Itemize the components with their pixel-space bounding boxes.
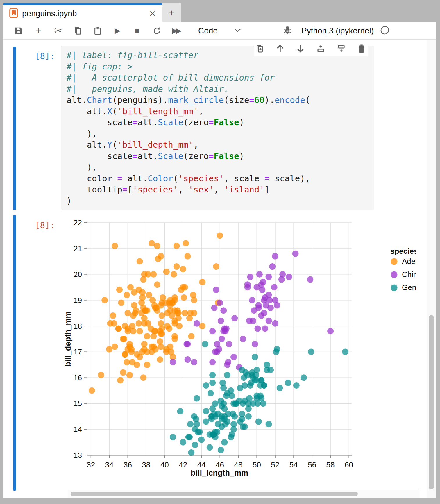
restart-kernel-button[interactable] (152, 26, 162, 35)
run-cell-button[interactable]: ▶ (113, 26, 122, 35)
insert-cell-above-icon (316, 44, 325, 54)
vertical-scrollbar-thumb[interactable] (429, 315, 434, 489)
svg-text:54: 54 (289, 460, 298, 469)
svg-text:32: 32 (87, 460, 95, 469)
restart-run-all-button[interactable]: ▶▶ (172, 26, 181, 35)
interrupt-kernel-button[interactable]: ■ (133, 26, 142, 35)
svg-text:18: 18 (74, 322, 82, 330)
paste-cells-button[interactable] (93, 26, 102, 35)
svg-text:60: 60 (345, 460, 353, 469)
paste-cells-icon (93, 26, 102, 35)
insert-cell-below-button[interactable] (336, 44, 346, 54)
move-cell-down-button[interactable] (296, 44, 305, 54)
plus-icon: + (169, 7, 174, 19)
svg-text:22: 22 (74, 218, 82, 227)
cell-type-value: Code (198, 26, 218, 35)
svg-text:42: 42 (179, 460, 187, 469)
tab-close-icon[interactable]: × (148, 8, 157, 19)
trash-icon (357, 44, 366, 54)
output-collapser[interactable] (13, 215, 16, 491)
kernel-idle-circle-icon[interactable] (380, 26, 389, 36)
svg-text:52: 52 (271, 460, 279, 469)
svg-text:58: 58 (326, 460, 335, 469)
kernel-zone: Python 3 (ipykernel) (283, 26, 436, 36)
output-prompt: [8]: (23, 220, 55, 230)
tab-bar: penguins.ipynb × + (3, 3, 436, 22)
svg-text:Adelie: Adelie (402, 257, 416, 266)
svg-text:38: 38 (142, 460, 150, 469)
new-tab-button[interactable]: + (162, 3, 181, 22)
add-cell-icon: + (35, 25, 41, 36)
output-chart: 3234363840424446485052545658601314151617… (62, 217, 416, 480)
svg-text:bill_depth_mm: bill_depth_mm (64, 311, 72, 367)
svg-text:44: 44 (197, 460, 206, 469)
svg-text:15: 15 (74, 399, 82, 408)
svg-text:36: 36 (124, 460, 132, 469)
code-block[interactable]: #| label: fig-bill-scatter#| fig-cap: >#… (61, 46, 374, 210)
duplicate-cell-button[interactable] (255, 44, 265, 54)
add-cell-button[interactable]: + (34, 26, 43, 35)
svg-text:Chinstrap: Chinstrap (402, 270, 416, 279)
notebook-content: [8]: #| label: fig-bill-scatter#| fig-ca… (3, 40, 436, 498)
fast-forward-icon: ▶▶ (172, 26, 182, 35)
duplicate-cell-icon (255, 44, 264, 54)
save-button[interactable] (14, 26, 23, 35)
arrow-down-icon (296, 44, 305, 54)
save-icon (14, 26, 23, 35)
svg-text:56: 56 (308, 460, 316, 469)
svg-text:21: 21 (74, 244, 82, 253)
arrow-up-icon (276, 44, 285, 54)
tab-penguins-notebook[interactable]: penguins.ipynb × (3, 3, 162, 22)
notebook-toolbar: + ✂ ▶ ■ ▶▶ Code Python 3 (ipykernel) (3, 22, 436, 40)
input-prompt: [8]: (23, 51, 55, 61)
svg-text:Gentoo: Gentoo (402, 283, 416, 292)
svg-text:48: 48 (234, 460, 243, 469)
input-collapser[interactable] (13, 47, 16, 210)
svg-text:16: 16 (74, 373, 82, 382)
svg-text:19: 19 (74, 296, 82, 305)
vertical-scrollbar[interactable] (427, 40, 436, 498)
svg-text:40: 40 (160, 460, 169, 469)
svg-text:34: 34 (105, 460, 114, 469)
copy-cells-icon (74, 26, 82, 35)
jupyterlab-window: penguins.ipynb × + + ✂ ▶ ■ ▶▶ Code Pytho… (3, 3, 436, 498)
svg-text:20: 20 (74, 270, 82, 279)
cell-type-dropdown[interactable]: Code (198, 26, 241, 35)
bug-icon[interactable] (283, 26, 291, 36)
scatterplot: 3234363840424446485052545658601314151617… (62, 217, 416, 480)
tab-title: penguins.ipynb (22, 9, 148, 18)
svg-text:14: 14 (74, 425, 82, 434)
notebook-icon (9, 8, 18, 19)
cut-cells-button[interactable]: ✂ (53, 26, 63, 35)
cut-cells-icon: ✂ (54, 25, 62, 36)
horizontal-scrollbar[interactable] (68, 490, 419, 498)
kernel-name[interactable]: Python 3 (ipykernel) (301, 26, 374, 35)
chevron-down-icon (235, 28, 241, 33)
svg-text:bill_length_mm: bill_length_mm (191, 469, 248, 477)
copy-cells-button[interactable] (73, 26, 83, 35)
move-cell-up-button[interactable] (275, 44, 285, 54)
svg-text:50: 50 (253, 460, 261, 469)
svg-text:13: 13 (74, 451, 82, 460)
cell-toolbar (254, 42, 368, 56)
svg-text:species: species (390, 247, 416, 255)
insert-cell-below-icon (337, 44, 346, 54)
restart-kernel-icon (153, 26, 161, 35)
svg-text:46: 46 (216, 460, 224, 469)
insert-cell-above-button[interactable] (316, 44, 326, 54)
svg-text:17: 17 (74, 347, 82, 356)
code-cell-editor[interactable]: #| label: fig-bill-scatter#| fig-cap: >#… (61, 46, 374, 210)
delete-cell-button[interactable] (357, 44, 366, 54)
horizontal-scrollbar-thumb[interactable] (71, 492, 358, 496)
stop-icon: ■ (135, 26, 139, 35)
run-icon: ▶ (115, 26, 120, 35)
